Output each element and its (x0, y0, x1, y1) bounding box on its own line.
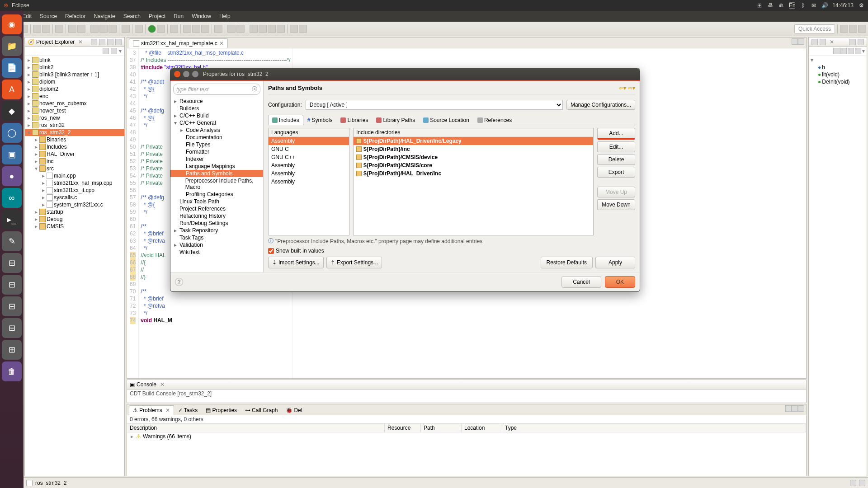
tree-item[interactable]: ▸syscalls.c (25, 194, 124, 201)
link-icon[interactable] (111, 48, 117, 54)
ok-button[interactable]: OK (605, 276, 635, 288)
import-settings-button[interactable]: ⇣Import Settings... (268, 257, 324, 268)
tool-nav4[interactable] (277, 25, 285, 33)
problems-group[interactable]: ▸ ⚠ Warnings (66 items) (127, 432, 806, 441)
hide-fields-icon[interactable] (820, 39, 826, 45)
close-icon[interactable]: ✕ (830, 39, 834, 45)
maximize-icon[interactable] (858, 39, 864, 45)
include-item[interactable]: ${ProjDirPath}/HAL_Driver/Inc/Legacy (354, 137, 593, 145)
menu-navigate[interactable]: Navigate (90, 12, 118, 21)
edit-button[interactable]: Edit... (597, 141, 635, 152)
launcher-disk2[interactable]: ⊟ (2, 275, 22, 295)
tool-build[interactable] (33, 25, 41, 33)
nav-item[interactable]: Task Tags (170, 234, 263, 241)
close-icon[interactable]: ✕ (219, 40, 224, 47)
launcher-eclipse[interactable]: ● (2, 166, 22, 186)
maximize-icon[interactable] (192, 71, 198, 77)
nav-item[interactable]: Documentation (170, 134, 263, 141)
tool-run-ext[interactable] (157, 25, 165, 33)
tool-debug[interactable] (77, 25, 85, 33)
language-item[interactable]: Assembly (269, 169, 349, 178)
nav-item[interactable]: Paths and Symbols (170, 170, 263, 177)
tool-prof[interactable] (170, 25, 178, 33)
menu-project[interactable]: Project (145, 12, 169, 21)
launcher-arduino[interactable]: ∞ (2, 188, 22, 208)
tree-item[interactable]: ▸hower_test (25, 107, 124, 114)
close-icon[interactable]: ✕ (165, 407, 170, 413)
minimize-icon[interactable] (183, 71, 189, 77)
tool-proj2[interactable] (99, 25, 108, 33)
persp-debug[interactable] (858, 25, 866, 33)
outline-tree[interactable]: ▾ ● h ● lit(void) ● DeInit(void) (809, 56, 867, 476)
tree-item[interactable]: ▸main.cpp (25, 172, 124, 179)
nav-item[interactable]: ▸C/C++ Build (170, 112, 263, 119)
tree-item[interactable]: ▸Includes (25, 143, 124, 150)
tree-item[interactable]: ▸ros_stm32 (25, 122, 124, 129)
tool-expand[interactable] (55, 25, 63, 33)
minimize-icon[interactable] (792, 38, 798, 45)
manage-config-button[interactable]: Manage Configurations... (566, 100, 635, 110)
launcher-virtualbox[interactable]: ▣ (2, 145, 22, 164)
launcher-text[interactable]: ✎ (2, 231, 22, 251)
tree-item[interactable]: ▸Debug (25, 216, 124, 223)
menu-source[interactable]: Source (36, 12, 61, 21)
volume-icon[interactable]: 🔊 (821, 2, 828, 9)
nav-item[interactable]: File Types (170, 141, 263, 148)
close-icon[interactable]: ✕ (160, 381, 165, 388)
add-button[interactable]: Add... (597, 128, 635, 140)
close-icon[interactable] (174, 71, 180, 77)
export-button[interactable]: Export (597, 167, 635, 178)
tool-bug[interactable] (135, 25, 143, 33)
tree-item[interactable]: ▾ros_stm32_2 (25, 129, 124, 136)
clock[interactable]: 14:46:13 (832, 2, 854, 9)
problems-header[interactable]: Description Resource Path Location Type (127, 423, 806, 432)
tree-item[interactable]: ▸blink2 (25, 64, 124, 71)
tab-del[interactable]: 🐞Del (282, 405, 306, 415)
view-menu-icon[interactable] (99, 39, 105, 45)
nav-item[interactable]: WikiText (170, 249, 263, 256)
sort-icon[interactable] (833, 48, 840, 54)
tool-gen1[interactable] (183, 25, 191, 33)
include-item[interactable]: ${ProjDirPath}/HAL_Driver/Inc (354, 169, 593, 178)
bluetooth-icon[interactable]: ᛒ (800, 2, 806, 9)
launcher-writer[interactable]: 📄 (2, 58, 22, 78)
tool-open-type[interactable] (214, 25, 222, 33)
nav-item[interactable]: Builders (170, 105, 263, 112)
tool-search[interactable] (227, 25, 236, 33)
nav-item[interactable]: Project References (170, 205, 263, 212)
language-item[interactable]: Assembly (269, 178, 349, 186)
config-select[interactable]: Debug [ Active ] (306, 100, 563, 110)
filter2-icon[interactable] (848, 48, 854, 54)
nav-item[interactable]: Formatter (170, 148, 263, 155)
apps-icon[interactable]: ⊞ (756, 2, 763, 9)
clear-icon[interactable]: ⓧ (252, 85, 257, 93)
close-icon[interactable]: ✕ (78, 39, 83, 45)
launcher-disk4[interactable]: ⊟ (2, 318, 22, 338)
nav-item[interactable]: ▸Resource (170, 98, 263, 105)
dialog-titlebar[interactable]: Properties for ros_stm32_2 (170, 68, 640, 81)
tab-source-location[interactable]: Source Location (419, 115, 473, 125)
nav-item[interactable]: ▸Validation (170, 241, 263, 249)
show-builtin-check[interactable]: Show built-in values (268, 247, 635, 255)
tree-item[interactable]: ▸diplom2 (25, 85, 124, 93)
wifi-icon[interactable]: ⋒ (778, 2, 784, 9)
menu-search[interactable]: Search (120, 12, 144, 21)
tree-item[interactable]: ▸HAL_Driver (25, 150, 124, 158)
filter1-icon[interactable] (840, 48, 847, 54)
forward-icon[interactable]: ⇨▾ (628, 85, 635, 91)
include-item[interactable]: ${ProjDirPath}/inc (354, 145, 593, 153)
tab-references[interactable]: References (473, 115, 516, 125)
outline-tab[interactable]: ✕ (809, 38, 867, 47)
minimize-icon[interactable] (107, 39, 113, 45)
launcher-amplify[interactable]: A (2, 80, 22, 99)
tree-item[interactable]: ▸blink3 [blink3 master ↑ 1] (25, 71, 124, 78)
languages-list[interactable]: Languages AssemblyGNU CGNU C++AssemblyAs… (268, 128, 349, 235)
nav-item[interactable]: ▸Task Repository (170, 227, 263, 234)
gear-icon[interactable]: ⚙ (858, 2, 864, 9)
tab-includes[interactable]: Includes (268, 115, 303, 125)
apply-button[interactable]: Apply (595, 257, 635, 268)
status-icon2[interactable] (859, 480, 865, 486)
tree-item[interactable]: ▾src (25, 165, 124, 172)
tab-library-paths[interactable]: Library Paths (372, 115, 419, 125)
launcher-workspaces[interactable]: ⊞ (2, 340, 22, 360)
